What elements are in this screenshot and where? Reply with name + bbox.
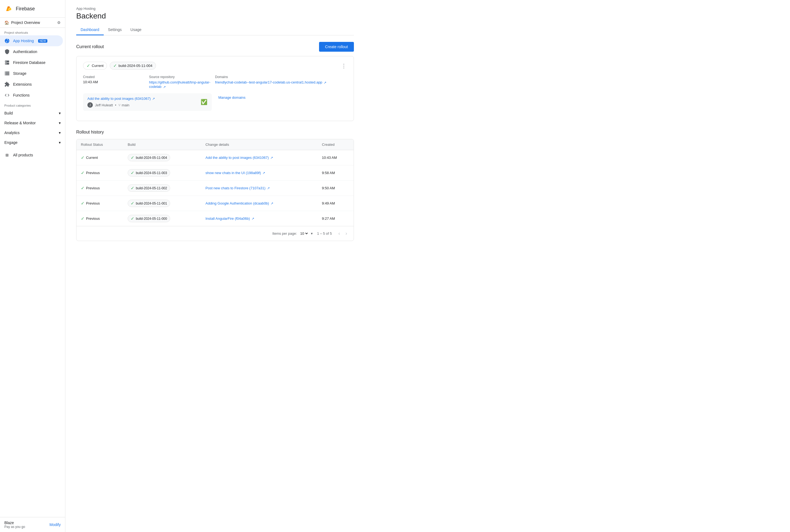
shortcuts-label: Project shortcuts xyxy=(0,28,65,35)
change-link[interactable]: Adding Google Authentication (dcaab0b) ↗ xyxy=(205,201,273,205)
page-title: Backend xyxy=(76,12,354,20)
sidebar-category-engage[interactable]: Engage ▾ xyxy=(0,138,65,147)
commit-author: J Jeff Huleatt • ⑂ main xyxy=(87,102,155,108)
change-link[interactable]: show new chats in the UI (198a89f) ↗ xyxy=(205,171,265,175)
table-row: ✓Current✓build-2024-05-11-004Add the abi… xyxy=(76,150,354,165)
cell-status: ✓Previous xyxy=(76,196,123,211)
build-text: build-2024-05-11-003 xyxy=(136,171,167,175)
sidebar-item-app-hosting[interactable]: App Hosting NEW xyxy=(0,35,63,46)
build-text: build-2024-05-11-004 xyxy=(136,156,167,160)
cell-status: ✓Previous xyxy=(76,180,123,196)
items-per-page-select[interactable]: 10 25 50 xyxy=(299,231,309,236)
sidebar-item-firestore[interactable]: Firestore Database xyxy=(0,57,63,68)
build-text: build-2024-05-11-000 xyxy=(136,217,167,221)
domain-link[interactable]: friendlychat-codelab--test-angular17-cod… xyxy=(215,80,326,84)
status-cell: ✓Previous xyxy=(81,170,119,175)
build-badge: ✓build-2024-05-11-003 xyxy=(128,169,170,176)
sidebar-item-storage[interactable]: Storage xyxy=(0,68,63,79)
sidebar-bottom: Blaze Pay as you go Modify xyxy=(0,517,65,532)
sidebar-category-analytics[interactable]: Analytics ▾ xyxy=(0,128,65,138)
col-rollout-status: Rollout Status xyxy=(76,139,123,150)
chevron-down-icon: ▾ xyxy=(59,121,61,125)
items-per-page-label: Items per page: xyxy=(272,231,297,235)
cell-created: 9:58 AM xyxy=(318,165,354,180)
build-badge: ✓build-2024-05-11-001 xyxy=(128,200,170,207)
sidebar-item-app-hosting-label: App Hosting xyxy=(13,39,34,43)
gear-icon[interactable]: ⚙ xyxy=(57,20,61,25)
manage-domains-link[interactable]: Manage domains xyxy=(218,95,347,99)
build-badge: ✓build-2024-05-11-004 xyxy=(128,154,170,161)
cell-created: 9:49 AM xyxy=(318,196,354,211)
storage-icon xyxy=(4,71,10,76)
sidebar-category-build[interactable]: Build ▾ xyxy=(0,108,65,118)
cell-build: ✓build-2024-05-11-004 xyxy=(123,150,201,165)
current-badge: ✓ Current xyxy=(83,62,107,70)
page-nav: ‹ › xyxy=(336,230,349,238)
check-icon: ✓ xyxy=(81,170,85,175)
prev-page-button[interactable]: ‹ xyxy=(336,230,342,238)
main-content: App Hosting Backend Dashboard Settings U… xyxy=(65,0,790,532)
sidebar: Firebase 🏠 Project Overview ⚙ Project sh… xyxy=(0,0,65,532)
sidebar-item-storage-label: Storage xyxy=(13,71,26,76)
authentication-icon xyxy=(4,49,10,54)
history-card: Rollout Status Build Change details Crea… xyxy=(76,139,354,241)
sidebar-item-extensions-label: Extensions xyxy=(13,82,32,87)
more-options-button[interactable]: ⋮ xyxy=(341,62,347,69)
next-page-button[interactable]: › xyxy=(343,230,349,238)
change-link[interactable]: Post new chats to Firestore (7107a31) ↗ xyxy=(205,186,270,190)
manage-domains-section: Manage domains xyxy=(218,93,347,99)
author-name: Jeff Huleatt xyxy=(95,103,113,107)
status-text: Previous xyxy=(86,171,100,175)
col-created: Created xyxy=(318,139,354,150)
tab-dashboard[interactable]: Dashboard xyxy=(76,25,104,35)
source-repo-link[interactable]: https://github.com/jhuleatt/tmp-angular-… xyxy=(149,80,210,89)
domain-external-link-icon: ↗ xyxy=(324,81,326,84)
status-text: Previous xyxy=(86,186,100,190)
all-products-label: All products xyxy=(13,153,33,157)
branch-name: main xyxy=(122,103,129,107)
cell-created: 9:50 AM xyxy=(318,180,354,196)
check-icon: ✓ xyxy=(81,186,85,191)
tab-usage[interactable]: Usage xyxy=(126,25,146,35)
sidebar-item-functions-label: Functions xyxy=(13,93,30,97)
cell-build: ✓build-2024-05-11-000 xyxy=(123,211,201,226)
status-cell: ✓Previous xyxy=(81,201,119,206)
firebase-logo-icon xyxy=(4,4,13,13)
tab-settings[interactable]: Settings xyxy=(104,25,126,35)
status-text: Current xyxy=(86,156,98,160)
current-rollout-title: Current rollout xyxy=(76,44,104,49)
sidebar-header: Firebase xyxy=(0,0,65,18)
chevron-down-icon: ▾ xyxy=(59,111,61,115)
check-icon: ✓ xyxy=(131,170,134,175)
modify-plan-button[interactable]: Modify xyxy=(50,522,61,527)
create-rollout-button[interactable]: Create rollout xyxy=(319,42,354,52)
status-cell: ✓Current xyxy=(81,155,119,160)
new-badge: NEW xyxy=(38,39,47,43)
change-link[interactable]: Add the ability to post images (6341067)… xyxy=(205,156,273,160)
sidebar-item-functions[interactable]: Functions xyxy=(0,90,63,101)
sidebar-item-authentication[interactable]: Authentication xyxy=(0,46,63,57)
build-text: build-2024-05-11-001 xyxy=(136,202,167,205)
sidebar-item-extensions[interactable]: Extensions xyxy=(0,79,63,90)
commit-link[interactable]: Add the ability to post images (6341067)… xyxy=(87,97,155,101)
sidebar-category-release-monitor[interactable]: Release & Monitor ▾ xyxy=(0,118,65,128)
firestore-icon xyxy=(4,60,10,65)
change-link[interactable]: Install AngularFire (f04a06b) ↗ xyxy=(205,216,254,221)
source-label: Source repository xyxy=(149,75,215,79)
functions-icon xyxy=(4,93,10,98)
cell-status: ✓Previous xyxy=(76,165,123,180)
table-header-row: Rollout Status Build Change details Crea… xyxy=(76,139,354,150)
chevron-down-icon: ▾ xyxy=(59,131,61,135)
build-text: build-2024-05-11-002 xyxy=(136,186,167,190)
commit-external-link-icon: ↗ xyxy=(152,97,155,101)
cell-change: Adding Google Authentication (dcaab0b) ↗ xyxy=(201,196,318,211)
external-link-icon: ↗ xyxy=(262,171,265,175)
history-table: Rollout Status Build Change details Crea… xyxy=(76,139,354,226)
external-link-icon: ↗ xyxy=(267,186,270,190)
table-row: ✓Previous✓build-2024-05-11-000Install An… xyxy=(76,211,354,226)
project-overview-row[interactable]: 🏠 Project Overview ⚙ xyxy=(0,18,65,28)
branch-icon: ⑂ xyxy=(118,103,121,107)
sidebar-item-all-products[interactable]: ⊞ All products xyxy=(0,150,63,160)
status-cell: ✓Previous xyxy=(81,216,119,221)
plan-sub: Pay as you go xyxy=(4,525,25,529)
